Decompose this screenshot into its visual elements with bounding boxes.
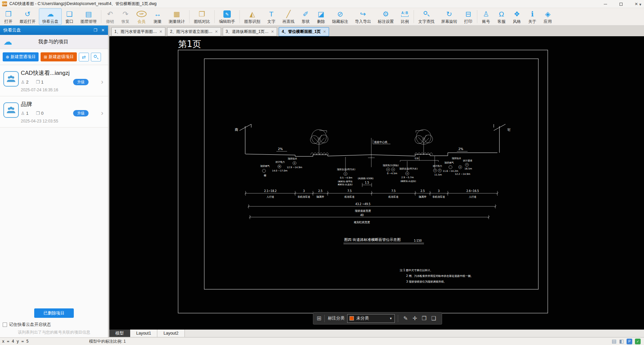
cad-text: 7.5: [347, 190, 352, 193]
application-window: CAD CAD快速看图 - C:\Users\liangzj\Desktop\c…: [0, 0, 644, 345]
project-name: CAD快速看...iangzj: [21, 69, 105, 77]
files-icon: ❐: [36, 111, 40, 116]
cad-text: 设计热力: [433, 165, 442, 167]
draw-line-icon: ╱: [286, 10, 291, 18]
toolbar-item-style[interactable]: ❖风格: [509, 8, 525, 25]
toolbar-item-import-export[interactable]: ↪导入导出: [352, 8, 374, 25]
toolbar-item-redo[interactable]: ↷恢复: [118, 8, 133, 25]
toolbar-item-shape-recognition[interactable]: ◭图形识别: [241, 8, 264, 25]
new-super-project-button[interactable]: ⊞ 新建超级项目: [41, 52, 76, 61]
project-date: 2025-07-24 16:35:16: [21, 88, 105, 92]
document-tab-1[interactable]: 1、雨污水管道平面图…✕: [111, 27, 165, 36]
layout-tab-bar: 模型Layout1Layout2: [109, 330, 644, 337]
toolbar-item-print[interactable]: ⊟打印: [461, 8, 476, 25]
delete-icon: ◪: [318, 10, 324, 18]
copy-annotation-icon[interactable]: ❐: [422, 315, 426, 321]
toolbar-item-drawing-compare[interactable]: ❐图纸对比: [191, 8, 213, 25]
toolbar-item-shapes[interactable]: ✐形状: [298, 8, 313, 25]
layout-tab-模型[interactable]: 模型: [109, 330, 130, 337]
remember-checkbox[interactable]: [3, 323, 7, 327]
toolbar-item-vip-member[interactable]: VIP会员: [133, 8, 150, 25]
cad-text: 0.5 ~4.9m: [340, 177, 352, 179]
project-date: 2025-04-23 12:03:55: [21, 119, 105, 124]
text-search-label: 文字查找: [418, 19, 434, 24]
upgrade-button[interactable]: 升级: [73, 79, 89, 85]
sync-projects-button[interactable]: ⇄: [79, 53, 89, 61]
toolbar-item-delete[interactable]: ◪删除: [313, 8, 329, 25]
project-stats: ♙2❐1升级: [21, 80, 105, 85]
document-tab-4[interactable]: 4、管位横断面图_1页✕: [279, 27, 329, 36]
drawing-canvas[interactable]: 第1页: [109, 36, 644, 330]
tab-list-dropdown-button[interactable]: ▼: [639, 3, 642, 6]
layers-status-icon[interactable]: ▤: [612, 338, 616, 344]
screen-rotate-icon: ↻: [446, 10, 452, 18]
panel-float-icon[interactable]: ❐: [94, 28, 97, 33]
cad-text: 现状燃气: [444, 161, 454, 164]
project-name: 品牌: [21, 100, 105, 108]
new-normal-project-button[interactable]: ⊕ 新建普通项目: [3, 52, 39, 61]
toolbar-item-hide-annotations[interactable]: ⊘隐藏标注: [329, 8, 352, 25]
panel-close-icon[interactable]: ✕: [101, 28, 105, 33]
toolbar-item-measure[interactable]: ↔测量: [150, 8, 165, 25]
redo-icon: ↷: [122, 10, 128, 18]
layout-tab-Layout2[interactable]: Layout2: [157, 330, 184, 337]
search-projects-button[interactable]: [91, 53, 101, 61]
toolbar-item-account[interactable]: ♙账号: [478, 8, 494, 25]
cad-text: 现状合流(作污水): [399, 167, 418, 170]
toolbar-item-apps[interactable]: ◈应用: [540, 8, 555, 25]
toolbar-item-cloud-drive[interactable]: ☁快看云盘: [39, 8, 62, 25]
green-app-badge[interactable]: ✓: [635, 339, 641, 344]
deleted-projects-button[interactable]: 已删除项目: [34, 308, 74, 318]
tab-close-icon[interactable]: ✕: [215, 30, 218, 34]
document-tab-label: 1、雨污水管道平面图…: [114, 29, 157, 35]
cad-text: ✶: [293, 162, 295, 164]
toolbar-item-layer-manager[interactable]: ▤图层管理: [77, 8, 100, 25]
projects-section-title: 我参与的项目: [12, 39, 95, 45]
toolbar-item-recent-open[interactable]: ↺最近打开: [16, 8, 39, 25]
files-icon: ❐: [36, 80, 40, 85]
chevron-right-icon[interactable]: ›: [101, 78, 103, 86]
annotation-category-grid-icon[interactable]: ⊞: [317, 315, 321, 322]
tab-close-icon[interactable]: ✕: [159, 30, 162, 34]
project-card[interactable]: 品牌♙1❐0升级2025-04-23 12:03:55›: [0, 96, 108, 128]
maximize-button[interactable]: [613, 0, 629, 8]
document-tab-3[interactable]: 3、道路纵断面图_1页…✕: [223, 27, 277, 36]
cad-text: 43.2 ~49.5: [356, 203, 371, 206]
paste-annotation-icon[interactable]: ❑: [431, 315, 436, 321]
toolbar-item-edit-assistant[interactable]: ✎编辑助手: [216, 8, 238, 25]
blue-app-badge[interactable]: P: [627, 339, 632, 344]
measure-label: 测量: [154, 19, 162, 24]
toolbar-item-window[interactable]: ❏窗口: [62, 8, 77, 25]
left-tree: [310, 130, 329, 155]
toolbar-item-text[interactable]: T文字: [264, 8, 279, 25]
toolbar-item-scale-ratio[interactable]: A:B比例: [397, 8, 413, 25]
edit-annotation-icon[interactable]: ✎: [404, 315, 408, 321]
tab-close-icon[interactable]: ✕: [323, 30, 326, 34]
cad-text: +: [406, 172, 408, 175]
toolbar-item-customer-service[interactable]: Ω客服: [494, 8, 509, 25]
toolbar-item-measure-stats[interactable]: ▦测量统计: [165, 8, 188, 25]
move-annotation-icon[interactable]: ✛: [413, 315, 417, 321]
toolbar-item-open[interactable]: ❒打开: [1, 8, 16, 25]
toolbar-item-about[interactable]: ℹ关于: [525, 8, 540, 25]
category-selected-value: 未分类: [356, 315, 389, 321]
status-tray-icons: ▤◧P✓: [612, 338, 641, 344]
tab-close-icon[interactable]: ✕: [271, 30, 274, 34]
minimize-button[interactable]: [598, 0, 613, 8]
project-card[interactable]: CAD快速看...iangzj♙2❐1升级2025-07-24 16:35:16…: [0, 65, 108, 96]
toolbar-item-undo[interactable]: ↶撤销: [102, 8, 118, 25]
cloud-drive-icon: ☁: [47, 10, 54, 18]
annotation-category-select[interactable]: 未分类 ▼: [347, 314, 394, 323]
theme-status-icon[interactable]: ◧: [619, 338, 624, 344]
toolbar-item-screen-rotate[interactable]: ↻屏幕旋转: [438, 8, 461, 25]
vip-member-icon: VIP: [137, 11, 147, 17]
upgrade-button[interactable]: 升级: [73, 110, 89, 116]
layout-tab-Layout1[interactable]: Layout1: [130, 330, 157, 337]
toolbar-item-annotation-settings[interactable]: ⚙标注设置: [374, 8, 397, 25]
drawing-inner-frame: [204, 59, 538, 289]
document-tab-2[interactable]: 2、雨污水管道立面图…✕: [167, 27, 221, 36]
toolbar-item-text-search[interactable]: 文字查找: [415, 8, 438, 25]
chevron-right-icon[interactable]: ›: [101, 109, 103, 117]
annotation-settings-label: 标注设置: [378, 19, 394, 24]
toolbar-item-draw-line[interactable]: ╱画直线: [279, 8, 298, 25]
